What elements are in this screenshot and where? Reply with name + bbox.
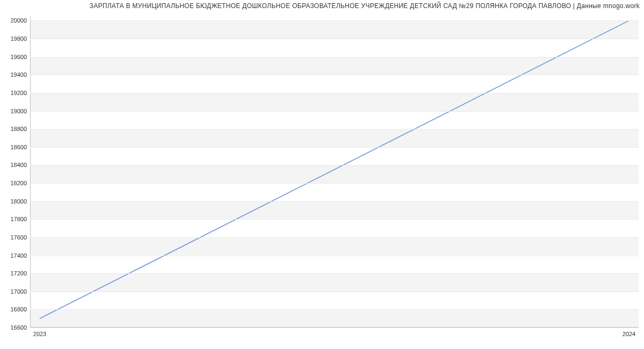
chart-title: ЗАРПЛАТА В МУНИЦИПАЛЬНОЕ БЮДЖЕТНОЕ ДОШКО… — [90, 2, 640, 10]
y-tick-label: 17400 — [10, 252, 30, 259]
y-tick-label: 19800 — [10, 35, 30, 42]
line-layer — [30, 16, 639, 328]
y-gridline — [30, 273, 639, 274]
y-tick-label: 19600 — [10, 54, 30, 60]
y-tick-label: 17600 — [10, 234, 30, 241]
y-tick-label: 17200 — [10, 270, 30, 277]
y-tick-label: 18000 — [10, 198, 30, 205]
y-gridline — [30, 328, 639, 328]
x-tick-label: 2024 — [623, 328, 635, 337]
y-tick-label: 20000 — [10, 17, 30, 24]
y-gridline — [30, 39, 639, 39]
y-tick-label: 18800 — [10, 126, 30, 132]
y-tick-label: 18400 — [10, 162, 30, 168]
y-gridline — [30, 256, 639, 256]
y-gridline — [30, 309, 639, 310]
y-tick-label: 19000 — [10, 108, 30, 114]
plot-area: 1660016800170001720017400176001780018000… — [30, 16, 639, 328]
y-gridline — [30, 111, 639, 112]
y-tick-label: 19200 — [10, 90, 30, 96]
chart-container: ЗАРПЛАТА В МУНИЦИПАЛЬНОЕ БЮДЖЕТНОЕ ДОШКО… — [0, 0, 644, 349]
y-gridline — [30, 20, 639, 21]
y-tick-label: 17000 — [10, 288, 30, 295]
y-tick-label: 16800 — [10, 306, 30, 312]
y-gridline — [30, 219, 639, 220]
y-gridline — [30, 75, 639, 75]
y-gridline — [30, 183, 639, 184]
y-tick-label: 17800 — [10, 216, 30, 222]
y-tick-label: 18600 — [10, 144, 30, 150]
y-gridline — [30, 201, 639, 202]
y-gridline — [30, 129, 639, 129]
y-gridline — [30, 147, 639, 148]
y-gridline — [30, 292, 639, 292]
x-tick-label: 2023 — [33, 328, 46, 337]
y-gridline — [30, 237, 639, 238]
y-tick-label: 18200 — [10, 180, 30, 186]
y-tick-label: 19400 — [10, 71, 30, 78]
y-gridline — [30, 165, 639, 165]
y-tick-label: 16600 — [10, 324, 30, 331]
y-gridline — [30, 93, 639, 93]
y-gridline — [30, 57, 639, 57]
